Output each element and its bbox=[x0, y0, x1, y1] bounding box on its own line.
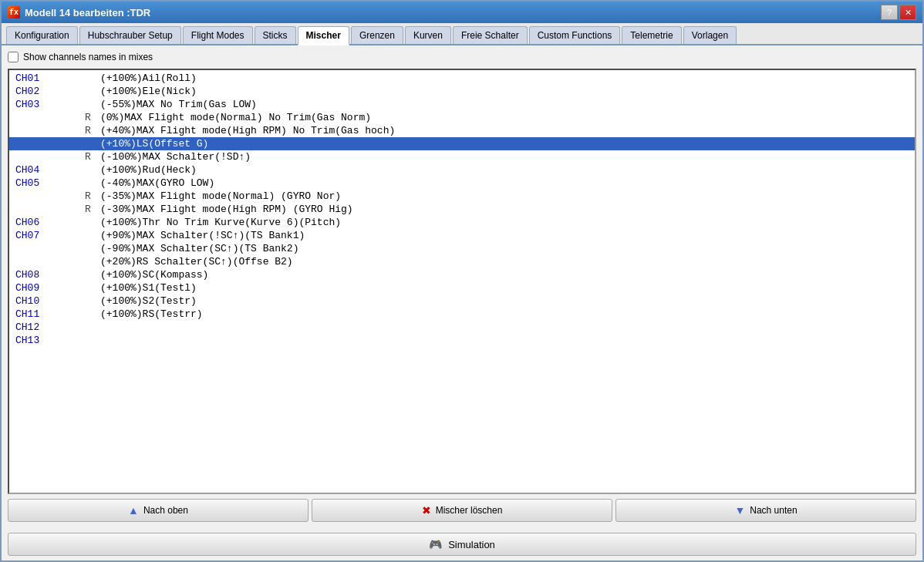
up-icon: ▲ bbox=[128, 504, 139, 517]
tab-custom-functions[interactable]: Custom Functions bbox=[529, 26, 621, 44]
help-button[interactable]: ? bbox=[881, 5, 898, 20]
title-bar: fx Modell 14 bearbeiten :TDR ? ✕ bbox=[2, 2, 922, 23]
list-item[interactable]: R (-30%)MAX Flight mode(High RPM) (GYRO … bbox=[9, 203, 915, 216]
delete-icon: ✖ bbox=[422, 504, 431, 517]
simulation-icon: 🎮 bbox=[429, 538, 442, 550]
tab-konfiguration[interactable]: Konfiguration bbox=[6, 26, 78, 44]
tab-vorlagen[interactable]: Vorlagen bbox=[683, 26, 737, 44]
ch-label: CH04 bbox=[15, 164, 85, 176]
show-channels-label: Show channels names in mixes bbox=[23, 52, 153, 62]
list-item[interactable]: CH13 bbox=[9, 334, 915, 347]
list-item[interactable]: (-90%)MAX Schalter(SC↑)(TS Bank2) bbox=[9, 242, 915, 255]
close-button[interactable]: ✕ bbox=[899, 5, 916, 20]
list-item[interactable]: CH03 (-55%)MAX No Trim(Gas LOW) bbox=[9, 98, 915, 111]
bottom-buttons: ▲ Nach oben ✖ Mischer löschen ▼ Nach unt… bbox=[8, 499, 916, 522]
ch-label: CH11 bbox=[15, 308, 85, 320]
tab-telemetrie[interactable]: Telemetrie bbox=[622, 26, 681, 44]
ch-label: CH09 bbox=[15, 282, 85, 294]
show-channels-checkbox[interactable] bbox=[8, 52, 19, 62]
ch-label: CH10 bbox=[15, 295, 85, 307]
mix-list[interactable]: CH01 (+100%)Ail(Roll) CH02 (+100%)Ele(Ni… bbox=[8, 69, 916, 494]
simulation-button[interactable]: 🎮 Simulation bbox=[8, 533, 916, 556]
tab-grenzen[interactable]: Grenzen bbox=[351, 26, 403, 44]
ch-label: CH01 bbox=[15, 72, 85, 84]
list-item[interactable]: R (0%)MAX Flight mode(Normal) No Trim(Ga… bbox=[9, 111, 915, 124]
list-item[interactable]: CH05 (-40%)MAX(GYRO LOW) bbox=[9, 177, 915, 190]
list-item[interactable]: R (-100%)MAX Schalter(!SD↑) bbox=[9, 150, 915, 163]
tab-sticks[interactable]: Sticks bbox=[255, 26, 296, 44]
nach-unten-button[interactable]: ▼ Nach unten bbox=[615, 499, 916, 522]
tab-bar: Konfiguration Hubschrauber Setup Flight … bbox=[2, 23, 922, 45]
list-item[interactable]: R (+40%)MAX Flight mode(High RPM) No Tri… bbox=[9, 124, 915, 137]
tab-flight-modes[interactable]: Flight Modes bbox=[183, 26, 253, 44]
main-window: fx Modell 14 bearbeiten :TDR ? ✕ Konfigu… bbox=[0, 0, 924, 562]
content-area: Show channels names in mixes CH01 (+100%… bbox=[2, 45, 922, 528]
checkbox-row: Show channels names in mixes bbox=[8, 52, 916, 62]
ch-label: CH06 bbox=[15, 217, 85, 228]
title-bar-left: fx Modell 14 bearbeiten :TDR bbox=[8, 6, 150, 19]
ch-label: CH02 bbox=[15, 86, 85, 97]
ch-label: CH05 bbox=[15, 177, 85, 189]
tab-hubschrauber-setup[interactable]: Hubschrauber Setup bbox=[79, 26, 181, 44]
down-icon: ▼ bbox=[734, 504, 745, 517]
app-icon: fx bbox=[8, 6, 20, 19]
ch-label: CH12 bbox=[15, 321, 85, 333]
tab-freie-schalter[interactable]: Freie Schalter bbox=[453, 26, 528, 44]
list-item[interactable]: CH10 (+100%)S2(Testr) bbox=[9, 294, 915, 308]
tab-kurven[interactable]: Kurven bbox=[405, 26, 451, 44]
list-item[interactable]: CH04 (+100%)Rud(Heck) bbox=[9, 163, 915, 177]
nach-oben-button[interactable]: ▲ Nach oben bbox=[8, 499, 309, 522]
list-item[interactable]: CH12 bbox=[9, 321, 915, 334]
tab-mischer[interactable]: Mischer bbox=[298, 26, 349, 45]
mischer-loschen-button[interactable]: ✖ Mischer löschen bbox=[312, 499, 612, 522]
list-item[interactable]: (+20%)RS Schalter(SC↑)(Offse B2) bbox=[9, 255, 915, 268]
ch-label: CH13 bbox=[15, 335, 85, 346]
list-item[interactable]: CH07 (+90%)MAX Schalter(!SC↑)(TS Bank1) bbox=[9, 229, 915, 242]
sim-bar: 🎮 Simulation bbox=[2, 528, 922, 560]
list-item-selected[interactable]: (+10%)LS(Offset G) bbox=[9, 137, 915, 150]
list-item[interactable]: CH08 (+100%)SC(Kompass) bbox=[9, 268, 915, 281]
ch-label: CH08 bbox=[15, 269, 85, 281]
title-buttons: ? ✕ bbox=[881, 5, 916, 20]
ch-label: CH07 bbox=[15, 230, 85, 241]
list-item[interactable]: CH02 (+100%)Ele(Nick) bbox=[9, 85, 915, 98]
window-title: Modell 14 bearbeiten :TDR bbox=[25, 7, 150, 19]
list-item[interactable]: CH06 (+100%)Thr No Trim Kurve(Kurve 6)(P… bbox=[9, 216, 915, 229]
ch-label: CH03 bbox=[15, 99, 85, 110]
list-item[interactable]: CH11 (+100%)RS(Testrr) bbox=[9, 308, 915, 321]
list-item[interactable]: R (-35%)MAX Flight mode(Normal) (GYRO No… bbox=[9, 190, 915, 203]
list-item[interactable]: CH01 (+100%)Ail(Roll) bbox=[9, 72, 915, 85]
list-item[interactable]: CH09 (+100%)S1(Testl) bbox=[9, 281, 915, 294]
